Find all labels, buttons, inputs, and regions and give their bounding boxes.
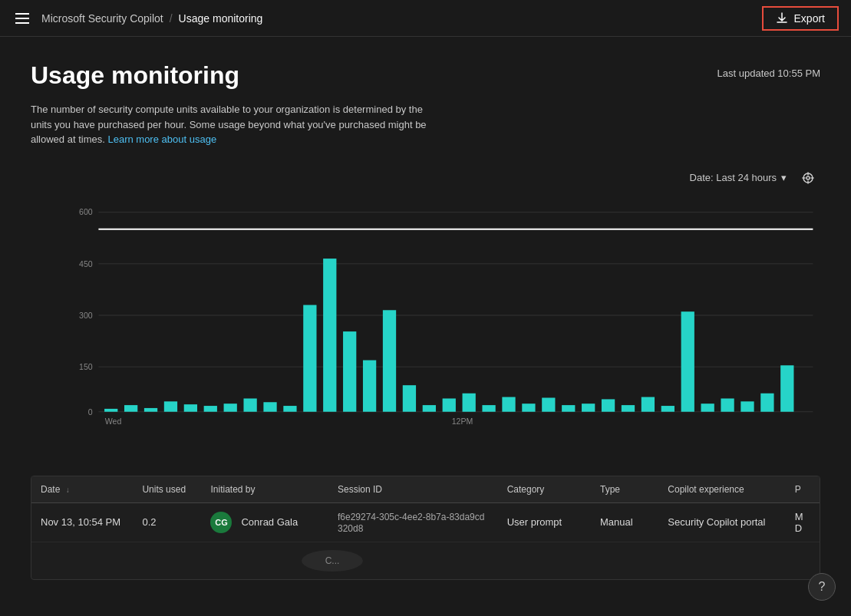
table-row: Nov 13, 10:54 PM 0.2 CG Conrad Gala f6e2… <box>31 502 820 542</box>
chevron-down-icon: ▾ <box>781 172 787 183</box>
export-icon <box>776 12 788 25</box>
cell-copilot: Security Copilot portal <box>658 502 786 542</box>
avatar: CG <box>210 512 232 533</box>
initiated-name: Conrad Gala <box>241 516 298 528</box>
date-filter-button[interactable]: Date: Last 24 hours ▾ <box>690 172 787 183</box>
svg-rect-45 <box>741 401 754 411</box>
svg-rect-25 <box>343 331 356 412</box>
help-icon: ? <box>819 580 826 594</box>
svg-rect-22 <box>283 406 296 412</box>
cell-type: Manual <box>591 502 658 542</box>
svg-rect-43 <box>701 404 714 412</box>
svg-rect-39 <box>622 405 635 412</box>
export-label: Export <box>794 12 825 25</box>
svg-text:600: 600 <box>79 207 93 216</box>
col-header-initiated: Initiated by <box>201 476 328 503</box>
table-header-row: Date ↓ Units used Initiated by Session I… <box>31 476 820 503</box>
svg-rect-28 <box>403 385 416 412</box>
svg-text:Wed: Wed <box>105 417 122 426</box>
col-header-session: Session ID <box>328 476 498 503</box>
col-header-category: Category <box>498 476 591 503</box>
svg-rect-37 <box>582 404 595 412</box>
svg-rect-41 <box>661 406 675 412</box>
cell-session: f6e29274-305c-4ee2-8b7a-83da9cd320d8 <box>328 502 498 542</box>
export-button[interactable]: Export <box>762 6 839 31</box>
usage-chart: 600 450 300 150 0 <box>31 196 820 457</box>
svg-rect-47 <box>780 365 793 411</box>
app-header: Microsoft Security Copilot / Usage monit… <box>0 0 851 37</box>
table-row-partial: C... <box>31 542 820 579</box>
col-header-copilot: Copilot experience <box>658 476 786 503</box>
breadcrumb-separator: / <box>170 12 173 25</box>
svg-text:300: 300 <box>79 310 93 319</box>
learn-more-link[interactable]: Learn more about usage <box>107 133 216 145</box>
svg-rect-35 <box>542 397 555 411</box>
svg-rect-34 <box>522 404 535 412</box>
svg-rect-32 <box>482 405 495 412</box>
initiated-by-cell: CG Conrad Gala <box>210 512 319 533</box>
cell-date: Nov 13, 10:54 PM <box>31 502 133 542</box>
col-header-type: Type <box>591 476 658 503</box>
svg-text:150: 150 <box>79 362 93 371</box>
breadcrumb-app: Microsoft Security Copilot <box>41 12 163 25</box>
svg-rect-18 <box>204 406 217 412</box>
col-header-date[interactable]: Date ↓ <box>31 476 133 503</box>
svg-rect-15 <box>144 407 157 411</box>
svg-rect-44 <box>721 398 734 411</box>
svg-rect-24 <box>323 259 336 412</box>
breadcrumb-current: Usage monitoring <box>179 12 263 25</box>
cell-category: User prompt <box>498 502 591 542</box>
col-header-units: Units used <box>133 476 201 503</box>
session-id-value: f6e29274-305c-4ee2-8b7a-83da9cd320d8 <box>338 512 485 534</box>
col-header-p: P <box>786 476 820 503</box>
svg-rect-26 <box>363 360 376 411</box>
filter-row: Date: Last 24 hours ▾ <box>31 166 820 190</box>
sort-icon-date: ↓ <box>66 486 70 494</box>
data-table: Date ↓ Units used Initiated by Session I… <box>31 476 820 579</box>
last-updated: Last updated 10:55 PM <box>717 68 820 79</box>
svg-rect-17 <box>184 404 197 412</box>
svg-rect-29 <box>423 405 436 412</box>
svg-rect-40 <box>642 397 655 411</box>
header-left: Microsoft Security Copilot / Usage monit… <box>12 10 262 27</box>
svg-rect-20 <box>243 398 256 411</box>
svg-rect-23 <box>303 305 316 411</box>
date-filter-label: Date: Last 24 hours <box>690 172 777 183</box>
cell-initiated: CG Conrad Gala <box>201 502 328 542</box>
breadcrumb: Microsoft Security Copilot / Usage monit… <box>41 12 262 25</box>
svg-rect-14 <box>124 405 137 412</box>
main-content: Usage monitoring Last updated 10:55 PM T… <box>0 37 851 604</box>
svg-rect-13 <box>104 408 117 411</box>
usage-table: Date ↓ Units used Initiated by Session I… <box>31 476 820 580</box>
svg-text:450: 450 <box>79 259 93 268</box>
page-title: Usage monitoring <box>31 61 239 90</box>
filter-settings-button[interactable] <box>796 166 820 190</box>
filter-settings-icon <box>800 170 816 186</box>
svg-rect-42 <box>681 311 694 412</box>
svg-rect-21 <box>263 402 276 411</box>
svg-rect-16 <box>164 401 177 411</box>
svg-rect-38 <box>602 399 615 411</box>
svg-rect-36 <box>562 405 575 412</box>
svg-rect-46 <box>760 393 773 411</box>
svg-rect-27 <box>383 310 396 411</box>
svg-rect-30 <box>443 398 456 411</box>
cell-units: 0.2 <box>133 502 201 542</box>
svg-rect-31 <box>463 393 476 411</box>
svg-rect-33 <box>502 397 515 411</box>
help-button[interactable]: ? <box>808 573 836 601</box>
svg-text:12PM: 12PM <box>452 417 473 426</box>
hamburger-menu[interactable] <box>12 10 32 27</box>
svg-point-0 <box>806 176 810 180</box>
svg-text:0: 0 <box>88 407 93 416</box>
svg-rect-19 <box>224 404 237 412</box>
page-description: The number of security compute units ava… <box>31 102 430 147</box>
cell-p: M D <box>786 502 820 542</box>
